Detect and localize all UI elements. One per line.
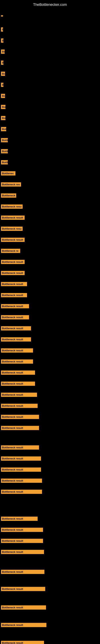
list-item: Bottleneck result (0, 236, 25, 243)
list-item: Bot (0, 126, 6, 132)
bottleneck-result-label: Bottleneck result (1, 456, 41, 461)
bottleneck-result-label: Bottleneck result (1, 315, 29, 320)
bottleneck-result-label: Bottleneck result (1, 370, 35, 375)
list-item: Bottleneck result (0, 604, 46, 611)
list-item: Bottleneck result (0, 488, 42, 495)
bottleneck-result-label: Bo (1, 94, 5, 98)
bottleneck-result-label: Bottleneck result (1, 293, 27, 297)
site-title: TheBottlenecker.com (0, 1, 100, 8)
list-item: Bottleneck result (0, 336, 31, 343)
list-item: Bo (0, 70, 5, 77)
list-item: Bottleneck result (0, 292, 27, 298)
list-item: Bottleneck result (0, 258, 25, 265)
list-item: Bottleneck result (0, 538, 43, 544)
list-item: Bottleneck resu (0, 203, 23, 210)
bottleneck-result-label: Bottleneck result (1, 478, 42, 483)
bottleneck-result-label: Bottleneck resu (1, 204, 23, 209)
list-item: Bottleneck result (0, 325, 31, 332)
bottleneck-result-label: Bottleneck result (1, 426, 39, 430)
bottleneck-result-label: Bottleneck re (1, 249, 20, 253)
list-item: B (0, 37, 3, 44)
bottleneck-result-label: Bottleneck result (1, 570, 44, 574)
list-item: Bottleneck result (0, 444, 39, 451)
list-item: Bottleneck result (0, 568, 44, 575)
list-item (0, 14, 3, 18)
list-item: B (0, 59, 3, 66)
bottleneck-result-label: Bottleneck result (1, 468, 41, 472)
list-item: Bottleneck re (0, 248, 20, 254)
bottleneck-result-label: Bottleneck result (1, 516, 38, 521)
bottleneck-result-label (1, 15, 3, 16)
bottleneck-result-label: Bottleneck result (1, 382, 35, 386)
bottleneck-result-label: Bottleneck result (1, 641, 44, 644)
bottleneck-result-label: Bottl (1, 149, 8, 153)
bottleneck-result-label: Bottleneck result (1, 304, 29, 308)
bottleneck-result-label: Bottleneck result (1, 393, 37, 397)
list-item: Bo (0, 48, 4, 55)
bottleneck-result-label: Bottleneck result (1, 337, 31, 342)
list-item: Bottl (0, 148, 8, 154)
bottleneck-result-label: Bottl (1, 160, 8, 164)
list-item: Bottlenec (0, 170, 15, 177)
list-item: Bo (0, 115, 5, 121)
bottleneck-result-label: Bottleneck result (1, 260, 25, 264)
bottleneck-result-label: Bottleneck (1, 194, 16, 198)
bottleneck-result-label: Bottleneck result (1, 528, 43, 532)
list-item: Bottleneck result (0, 586, 45, 592)
bottleneck-result-label: Bottleneck result (1, 445, 39, 450)
bottleneck-result-label: Bottleneck result (1, 404, 38, 408)
bottleneck-result-label: Bottleneck result (1, 490, 42, 494)
bottleneck-result-label: B (1, 60, 3, 65)
bottleneck-result-label: Bottleneck result (1, 282, 27, 286)
list-item: B (0, 26, 3, 33)
list-item: Bo (0, 92, 5, 99)
list-item: Bottleneck result (0, 402, 38, 409)
list-item: Bottl (0, 137, 8, 144)
list-item: Bottl (0, 159, 8, 166)
bottleneck-result-label: Bottleneck result (1, 238, 25, 242)
bottleneck-result-label: Bottleneck result (1, 587, 45, 591)
bottleneck-result-label: Bottleneck result (1, 348, 33, 352)
list-item: Bottleneck result (0, 369, 35, 376)
list-item: Bottleneck result (0, 392, 37, 398)
bottleneck-result-label: Bo (1, 105, 5, 109)
list-item: Bottleneck result (0, 516, 38, 522)
bottleneck-result-label: Bottleneck result (1, 539, 43, 543)
bottleneck-result-label: B (1, 83, 3, 87)
bottleneck-result-label: Bottleneck result (1, 415, 39, 419)
bottleneck-result-label: B (1, 38, 3, 43)
bottleneck-result-label: Bo (1, 116, 5, 120)
list-item: Bottleneck result (0, 214, 25, 221)
bottleneck-result-label: Bottleneck res (1, 182, 21, 186)
list-item: Bottleneck result (0, 380, 35, 387)
bottleneck-result-label: Bottleneck resu (1, 226, 23, 231)
bottleneck-result-label: Bottleneck result (1, 605, 46, 610)
list-item: Bottleneck result (0, 414, 39, 420)
bottleneck-result-label: Bo (1, 50, 4, 54)
list-item: Bottleneck (0, 192, 16, 199)
list-item: Bottleneck result (0, 425, 39, 431)
list-item: Bottleneck result (0, 477, 42, 484)
bottleneck-result-label: B (1, 27, 3, 32)
bottleneck-result-label: Bo (1, 72, 5, 76)
list-item: Bo (0, 104, 5, 110)
bottleneck-result-label: Bottleneck result (1, 216, 25, 220)
list-item: Bottleneck result (0, 314, 29, 320)
bottleneck-result-label: Bottlenec (1, 171, 15, 176)
list-item: Bottleneck result (0, 526, 43, 533)
list-item: Bottleneck result (0, 455, 41, 462)
list-item: Bottleneck result (0, 466, 41, 473)
bottleneck-result-label: Bottleneck result (1, 271, 25, 275)
list-item: Bottleneck result (0, 548, 44, 555)
list-item: Bottleneck result (0, 640, 44, 644)
list-item: Bottleneck resu (0, 226, 23, 232)
bottleneck-result-label: Bottleneck result (1, 326, 31, 330)
list-item: Bottleneck result (0, 358, 33, 365)
list-item: Bottleneck result (0, 281, 27, 288)
bottleneck-result-label: Bottleneck result (1, 360, 33, 364)
bottleneck-result-label: Bottleneck result (1, 623, 47, 627)
list-item: Bottleneck result (0, 270, 25, 276)
bottleneck-result-label: Bottleneck result (1, 550, 44, 554)
list-item: Bottleneck result (0, 622, 47, 628)
list-item: Bottleneck result (0, 347, 33, 354)
